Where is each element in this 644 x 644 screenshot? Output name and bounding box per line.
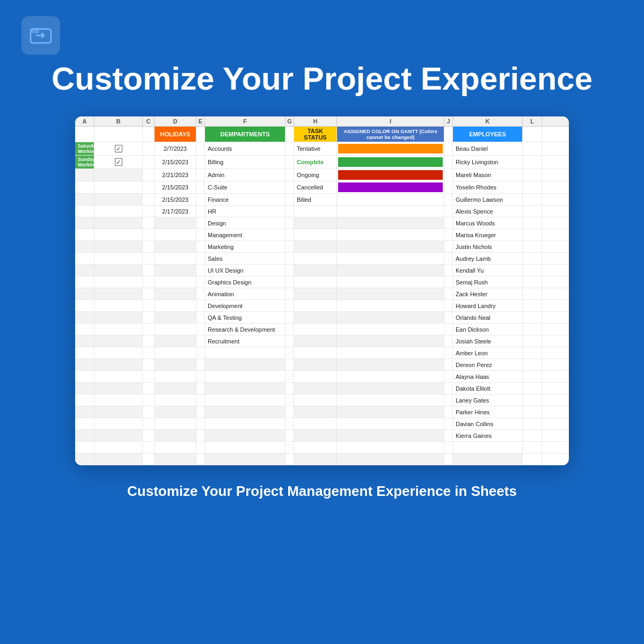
footer-text: Customize Your Project Management Experi…	[127, 481, 517, 501]
cell-gantt-empty-1	[337, 194, 444, 205]
cell-j6	[444, 194, 453, 205]
cell-employee-14: Howard Landry	[453, 300, 523, 311]
sheet-row-4: 2/21/2023 Admin Ongoing Mareli Mason	[75, 169, 569, 181]
folder-icon	[21, 16, 60, 55]
sheet-row-26: Kierra Gaines	[75, 430, 569, 442]
cell-a7	[75, 206, 94, 217]
cell-status-cancelled: Cancelled	[294, 181, 337, 193]
cell-employee-5: Guillermo Lawson	[453, 194, 523, 205]
cell-j5	[444, 181, 453, 193]
col-header-e: E	[196, 116, 205, 126]
cell-dept-15: QA & Testing	[205, 312, 286, 323]
cell-holiday-2: 2/15/2023	[155, 156, 196, 169]
cell-a6	[75, 194, 94, 205]
cell-c4	[143, 169, 155, 181]
sheet-row-14: Animation Zack Hester	[75, 288, 569, 300]
col-headers-row: A B C D E F G H I J K L	[75, 116, 569, 127]
cell-status-billed: Billed	[294, 194, 337, 205]
cell-dept-2: Billing	[205, 156, 286, 169]
hero-title: Customize Your Project Experience	[19, 60, 625, 97]
sheet-row-5: 2/15/2023 C-Suite Cancelled Yoselin Rhod…	[75, 181, 569, 194]
cell-dept-1: Accounts	[205, 142, 286, 155]
cell-l1	[523, 127, 542, 142]
cell-status-tentative: Tentative	[294, 142, 337, 155]
cell-e5	[196, 181, 205, 193]
cell-l5	[523, 181, 542, 193]
cell-employee-19: Dereon Perez	[453, 359, 523, 370]
cell-g7	[286, 206, 294, 217]
sheet-row-24: Parker Hines	[75, 406, 569, 418]
col-header-k: K	[453, 116, 523, 126]
sheet-row-3: Sunday Working? ✓ 2/15/2023 Billing Comp…	[75, 156, 569, 169]
cell-c1	[143, 127, 155, 142]
cell-i7	[337, 206, 444, 217]
cell-employee-25: Kierra Gaines	[453, 430, 523, 441]
cell-holiday-3: 2/21/2023	[155, 169, 196, 181]
cell-dept-9: Marketing	[205, 241, 286, 252]
cell-status-ongoing: Ongoing	[294, 169, 337, 181]
cell-d8	[155, 217, 196, 229]
sheet-row-11: Sales Audrey Lamb	[75, 253, 569, 265]
gantt-bar-red	[338, 170, 443, 180]
cell-employee-21: Dakota Elliott	[453, 383, 523, 394]
sheet-row-12: UI UX Design Kendall Yu	[75, 265, 569, 276]
col-header-j: J	[444, 116, 453, 126]
cell-employee-20: Alayna Haas	[453, 371, 523, 382]
saturday-checkbox[interactable]: ✓	[115, 145, 122, 152]
sheet-row-18: Recruitment Josiah Steele	[75, 335, 569, 347]
cell-departments-header: DEMPARTMENTS	[205, 127, 286, 142]
sheet-body: HOLIDAYS DEMPARTMENTS TASK STATUS ASSIGN…	[75, 127, 569, 465]
cell-e6	[196, 194, 205, 205]
sheet-row-27	[75, 442, 569, 453]
svg-rect-1	[31, 29, 39, 33]
cell-h7	[294, 206, 337, 217]
cell-sunday-check: ✓	[94, 156, 143, 169]
gantt-bar-green	[338, 157, 443, 167]
cell-g6	[286, 194, 294, 205]
cell-e4	[196, 169, 205, 181]
sheet-row-15: Development Howard Landry	[75, 300, 569, 312]
cell-e1	[196, 127, 205, 142]
sheet-row-22: Dakota Elliott	[75, 383, 569, 394]
cell-dept-7: Design	[205, 217, 286, 229]
cell-gantt-1	[337, 142, 444, 155]
spreadsheet: A B C D E F G H I J K L HOLIDAYS DEMPART…	[75, 116, 569, 465]
cell-employee-11: Kendall Yu	[453, 265, 523, 276]
sheet-row-6: 2/15/2023 Finance Billed Guillermo Lawso…	[75, 194, 569, 206]
cell-dept-17: Recruitment	[205, 335, 286, 347]
cell-gantt-header: ASSIGNED COLOR ON GANTT (Colors cannot b…	[337, 127, 444, 142]
cell-a4	[75, 169, 94, 181]
col-header-i: I	[337, 116, 444, 126]
sunday-checkbox[interactable]: ✓	[115, 158, 122, 166]
cell-employee-9: Justin Nichols	[453, 241, 523, 252]
cell-g5	[286, 181, 294, 193]
sheet-row-8: Design Marcus Woods	[75, 217, 569, 229]
cell-taskstatus-header: TASK STATUS	[294, 127, 337, 142]
cell-b4	[94, 169, 143, 181]
cell-dept-8: Management	[205, 229, 286, 240]
sheet-row-16: QA & Testing Orlando Neal	[75, 312, 569, 324]
cell-c7	[143, 206, 155, 217]
cell-l7	[523, 206, 542, 217]
col-header-h: H	[294, 116, 337, 126]
cell-employee-1: Beau Daniel	[453, 142, 523, 155]
cell-l4	[523, 169, 542, 181]
sheet-row-19: Amber Leon	[75, 347, 569, 359]
cell-b1	[94, 127, 143, 142]
sheet-row-2: Saturday Working? ✓ 2/7/2023 Accounts Te…	[75, 142, 569, 156]
cell-sunday-label: Sunday Working?	[75, 156, 94, 169]
cell-employee-22: Laney Gates	[453, 394, 523, 406]
cell-c6	[143, 194, 155, 205]
cell-holiday-6: 2/17/2023	[155, 206, 196, 217]
cell-b7	[94, 206, 143, 217]
cell-g4	[286, 169, 294, 181]
cell-employee-16: Ean Dickson	[453, 324, 523, 335]
cell-dept-13: Animation	[205, 288, 286, 299]
col-header-b: B	[94, 116, 143, 126]
cell-c2	[143, 142, 155, 155]
cell-dept-12: Graphics Design	[205, 276, 286, 288]
cell-status-complete: Complete	[294, 156, 337, 169]
sheet-row-20: Dereon Perez	[75, 359, 569, 371]
cell-employee-24: Davian Collins	[453, 418, 523, 429]
cell-g3	[286, 156, 294, 169]
